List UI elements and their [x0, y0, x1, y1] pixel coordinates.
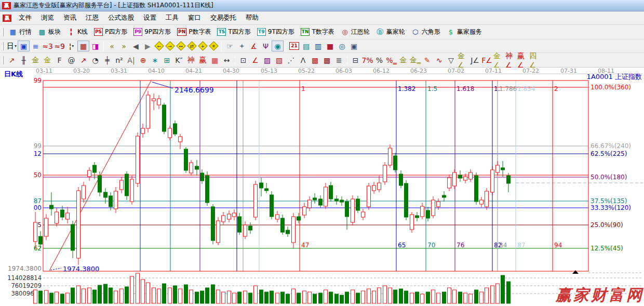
- percent-line-button[interactable]: %‗: [385, 55, 397, 65]
- calendar-21-button[interactable]: 21: [288, 41, 300, 51]
- shen-tool-button[interactable]: 神: [185, 55, 197, 65]
- shen-angle-button[interactable]: 神∠: [505, 55, 517, 65]
- toolbar-button-winner-service[interactable]: $赢家服务: [444, 26, 485, 37]
- toolbar-button-9p-square[interactable]: P99P四方形: [130, 26, 174, 37]
- web-update-button[interactable]: ◎: [336, 41, 348, 51]
- menu-item-news[interactable]: 资讯: [59, 12, 81, 24]
- toolbar-button-hexagon[interactable]: ⬡六角形: [408, 26, 444, 37]
- toolbar-button-t-number-table[interactable]: TNT数字表: [298, 26, 338, 37]
- j-angle-button[interactable]: J∠: [469, 55, 481, 65]
- span-arrow-button[interactable]: ↔: [221, 55, 233, 65]
- toolbar-button-kline[interactable]: ╏K线: [64, 26, 91, 37]
- n-square-button[interactable]: n²: [113, 55, 125, 65]
- skip-last-button[interactable]: »: [118, 41, 130, 51]
- time-comb-button[interactable]: ╫: [18, 55, 30, 65]
- circle-cross-button[interactable]: ⊕: [137, 55, 149, 65]
- histogram-button[interactable]: ◨: [89, 41, 101, 51]
- notepad-button[interactable]: ▥: [312, 41, 324, 51]
- menu-item-file[interactable]: 文件: [14, 12, 36, 24]
- chart-area[interactable]: 03-1103-2003-3104-1004-2104-3005-1305-22…: [0, 68, 644, 306]
- square-web-button[interactable]: ⊞: [161, 55, 173, 65]
- menu-item-gann[interactable]: 江恩: [81, 12, 103, 24]
- box-measure-button[interactable]: ⊡: [237, 55, 249, 65]
- wave-9-button[interactable]: ≈9: [53, 41, 65, 51]
- zoom-region-button[interactable]: ▣: [18, 41, 30, 51]
- menu-item-window[interactable]: 窗口: [183, 12, 206, 24]
- gold-line-button[interactable]: 金‗: [409, 55, 421, 65]
- gann-map-button[interactable]: ▦: [77, 41, 89, 51]
- k-quote-button[interactable]: K″: [173, 55, 185, 65]
- gann-knife-button[interactable]: ↗: [77, 55, 89, 65]
- toolbar-button-p-square[interactable]: PSP四方形: [91, 26, 130, 37]
- gold-angle-2-button[interactable]: 金∠: [493, 55, 505, 65]
- save-button[interactable]: ■: [324, 41, 336, 51]
- ying-angle-button[interactable]: 赢∠: [517, 55, 529, 65]
- menu-item-tools[interactable]: 工具: [161, 12, 183, 24]
- three-lines-button[interactable]: ≣: [333, 55, 345, 65]
- percent-stack-button[interactable]: ⊟: [350, 55, 361, 65]
- percent-button[interactable]: %: [373, 55, 385, 65]
- wave-pattern-button[interactable]: ∿: [433, 55, 445, 65]
- crosshair-button[interactable]: ＋: [236, 41, 248, 51]
- pan-right-button[interactable]: →: [165, 41, 175, 50]
- menu-item-formula-pick[interactable]: 公式选股: [103, 12, 139, 24]
- gold-fan-1-button[interactable]: 金: [30, 55, 42, 65]
- angle-lines-button[interactable]: ⋰: [285, 55, 297, 65]
- pen-knife-button[interactable]: ✎: [421, 55, 433, 65]
- pan-swap-button[interactable]: ⇄: [187, 41, 196, 50]
- grid-123-button[interactable]: ▦: [209, 55, 221, 65]
- toolbar-button-sectors[interactable]: ▩板块: [35, 26, 64, 37]
- menu-item-help[interactable]: 帮助: [241, 12, 263, 24]
- fibo-ruler-button[interactable]: F: [53, 55, 65, 65]
- pan-left-button[interactable]: ←: [154, 41, 164, 50]
- dense-grid-2-button[interactable]: ▩: [321, 55, 333, 65]
- toolbar-button-p-number-table[interactable]: PNP数字表: [174, 26, 214, 37]
- f-angle-button[interactable]: F∠: [481, 55, 493, 65]
- hand-tool-button[interactable]: ☞: [224, 41, 236, 51]
- price-comb-button[interactable]: ╪: [101, 55, 113, 65]
- fan-red-button[interactable]: ∠: [249, 55, 261, 65]
- toolbar-button-t-square[interactable]: TST四方形: [214, 26, 253, 37]
- time-clock-button[interactable]: ◔: [89, 55, 101, 65]
- pan-center-button[interactable]: +: [198, 41, 207, 50]
- angle-measure-button[interactable]: ∡: [248, 41, 260, 51]
- dense-grid-button[interactable]: ▩: [309, 55, 321, 65]
- toolbar-button-gann-wheel[interactable]: ◎江恩轮: [338, 26, 373, 37]
- fan-box-button[interactable]: ▧: [273, 55, 285, 65]
- gold-fan-2-button[interactable]: 金: [42, 55, 53, 65]
- window-title: 赢家江恩专业版[赢家内部服务平台] - [上证指数 SH1A0001-111日K…: [14, 1, 213, 10]
- toolbar-button-9t-square[interactable]: T99T四方形: [254, 26, 298, 37]
- gold-circle-button[interactable]: 金: [397, 55, 409, 65]
- calculator-button[interactable]: ▤: [300, 41, 312, 51]
- ying-tool-button[interactable]: 赢: [197, 55, 209, 65]
- pan-both-button[interactable]: ↔: [176, 41, 185, 50]
- kline-chart-canvas[interactable]: 03-1103-2003-3104-1004-2104-3005-1305-22…: [0, 68, 644, 306]
- time-ratio-label: 1.618: [457, 85, 474, 92]
- angle-a-button[interactable]: A|: [125, 55, 137, 65]
- star-web-button[interactable]: ∗: [149, 55, 161, 65]
- gann-box-button[interactable]: ▽: [445, 55, 457, 65]
- fan-purple-button[interactable]: ▨: [261, 55, 273, 65]
- pan-all-button[interactable]: ✳: [209, 41, 218, 50]
- analysis-brain-button[interactable]: ◉: [272, 41, 284, 51]
- menu-item-settings[interactable]: 设置: [139, 12, 161, 24]
- remote-pc-button[interactable]: ▣: [348, 41, 360, 51]
- shape-tool-button[interactable]: Ψ: [260, 41, 272, 51]
- menu-item-browse[interactable]: 浏览: [36, 12, 59, 24]
- toolbar-button-quotes[interactable]: ▦行情: [6, 26, 35, 37]
- menu-item-trade[interactable]: 交易委托: [206, 12, 241, 24]
- info-doc-button[interactable]: ≡: [30, 41, 42, 51]
- skip-first-button[interactable]: «: [106, 41, 118, 51]
- gann-pencil-button[interactable]: ↗: [6, 55, 18, 65]
- toolbar-button-winner-wheel[interactable]: Ⓑ赢家轮: [373, 26, 408, 38]
- si-angle-button[interactable]: 四∠: [529, 55, 541, 65]
- zigzag-button[interactable]: Λ: [297, 55, 309, 65]
- wave-3-button[interactable]: ≈3: [42, 41, 53, 51]
- page-next-button[interactable]: ▶: [142, 41, 154, 51]
- t-percent-button[interactable]: 7%: [361, 55, 373, 65]
- spiral-button[interactable]: @: [65, 55, 77, 65]
- candle-style-button[interactable]: ¦▾: [65, 41, 77, 51]
- gold-angle-button[interactable]: 金∠: [457, 55, 469, 65]
- page-prev-button[interactable]: ◀: [130, 41, 142, 51]
- period-day-button[interactable]: 日▾: [6, 41, 18, 51]
